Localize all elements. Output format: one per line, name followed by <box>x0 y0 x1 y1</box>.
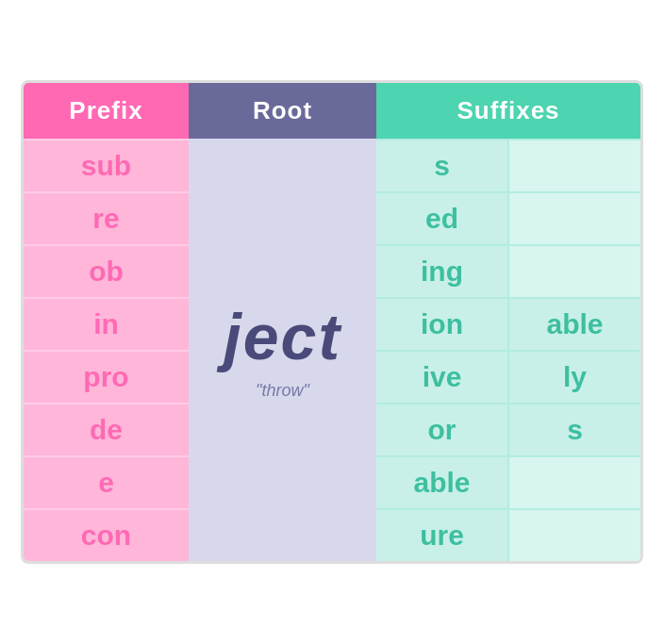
word-parts-table: Prefix Root Suffixes sub re ob in pro de… <box>21 80 643 564</box>
suffix-row-7: ure <box>376 508 640 561</box>
suffix-cell-empty-7 <box>509 510 640 561</box>
suffix-cell-s2: s <box>509 405 640 455</box>
suffix-cell-empty-1 <box>509 193 640 244</box>
suffix-cell-ly: ly <box>509 352 640 403</box>
root-meaning: "throw" <box>256 381 309 401</box>
suffix-row-6: able <box>376 455 640 508</box>
suffix-cell-or: or <box>376 405 509 455</box>
suffix-cell-empty-2 <box>509 246 640 297</box>
suffix-cell-able: able <box>509 299 640 350</box>
suffix-row-1: ed <box>376 191 640 244</box>
prefix-cell-ob: ob <box>24 244 189 297</box>
prefix-cell-pro: pro <box>24 350 189 403</box>
prefix-cell-re: re <box>24 191 189 244</box>
suffix-cell-ive: ive <box>376 352 509 403</box>
suffix-row-4: ive ly <box>376 350 640 403</box>
prefix-cell-sub: sub <box>24 139 189 191</box>
root-cell: ject "throw" <box>189 139 376 561</box>
suffix-cell-empty-6 <box>509 457 640 508</box>
suffix-cell-ion: ion <box>376 299 509 350</box>
root-header: Root <box>189 83 376 139</box>
suffixes-header: Suffixes <box>376 83 640 139</box>
prefix-cell-con: con <box>24 508 189 561</box>
header-row: Prefix Root Suffixes <box>24 83 640 139</box>
suffix-cell-empty-0 <box>509 140 640 191</box>
body-content: sub re ob in pro de e con ject "throw" s… <box>24 139 640 561</box>
prefix-cell-e: e <box>24 455 189 508</box>
prefix-header: Prefix <box>24 83 189 139</box>
root-word: ject <box>224 300 341 373</box>
suffix-cell-ing: ing <box>376 246 509 297</box>
suffix-cell-ed: ed <box>376 193 509 244</box>
suffix-row-0: s <box>376 139 640 191</box>
suffix-cell-ure: ure <box>376 510 509 561</box>
suffix-cell-s: s <box>376 140 509 191</box>
suffixes-column: s ed ing ion able ive ly or s <box>376 139 640 561</box>
prefix-cell-de: de <box>24 403 189 455</box>
suffix-row-2: ing <box>376 244 640 297</box>
suffix-cell-able2: able <box>376 457 509 508</box>
suffix-row-5: or s <box>376 403 640 455</box>
prefix-cell-in: in <box>24 297 189 350</box>
suffix-row-3: ion able <box>376 297 640 350</box>
prefix-column: sub re ob in pro de e con <box>24 139 189 561</box>
